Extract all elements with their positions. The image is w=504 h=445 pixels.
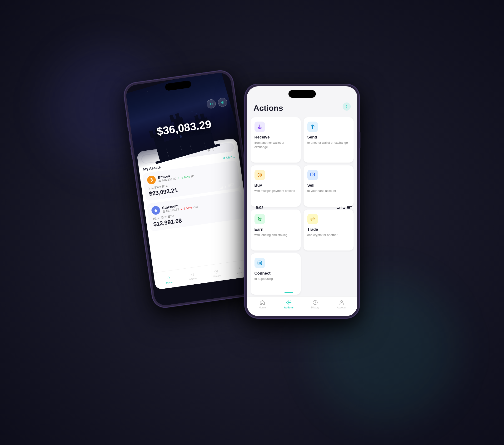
back-phone-screen: 9:02 ▲ ↻ ⊙ bbox=[125, 71, 260, 307]
wifi-icon: ▲ bbox=[223, 184, 227, 188]
signal-bar-1 bbox=[218, 189, 219, 190]
back-phone-status-bar: 9:02 ▲ bbox=[125, 73, 260, 307]
front-phone-status-bar: 9:02 ▲ bbox=[247, 91, 357, 316]
help-icon-symbol: ? bbox=[345, 104, 347, 108]
front-signal-2 bbox=[338, 208, 339, 209]
wallet-refresh-btn[interactable]: ↻ bbox=[206, 99, 216, 109]
help-icon-button[interactable]: ? bbox=[342, 102, 351, 111]
front-battery-fill bbox=[347, 207, 350, 209]
back-phone: 9:02 ▲ ↻ ⊙ bbox=[123, 69, 263, 309]
battery-icon bbox=[227, 183, 233, 187]
front-phone-status-icons: ▲ bbox=[337, 206, 352, 210]
signal-bar-3 bbox=[220, 187, 222, 189]
signal-bar-2 bbox=[219, 188, 221, 189]
front-battery-icon bbox=[347, 206, 352, 209]
dynamic-island-front bbox=[288, 90, 316, 98]
front-phone-screen: 9:02 ▲ ? bbox=[247, 86, 357, 316]
battery-fill bbox=[228, 184, 231, 186]
signal-bars bbox=[218, 186, 223, 190]
front-signal-bars bbox=[337, 206, 342, 209]
front-signal-1 bbox=[337, 208, 338, 209]
back-phone-time: 9:02 bbox=[143, 205, 152, 212]
front-signal-4 bbox=[341, 206, 342, 209]
wallet-qr-btn[interactable]: ⊙ bbox=[217, 97, 228, 107]
front-wifi-icon: ▲ bbox=[342, 206, 346, 210]
front-phone-time: 9:02 bbox=[256, 206, 264, 210]
phones-container: 9:02 ▲ ↻ ⊙ bbox=[145, 56, 359, 389]
back-phone-status-icons: ▲ bbox=[218, 182, 233, 190]
front-signal-3 bbox=[340, 207, 340, 209]
front-phone: 9:02 ▲ ? bbox=[245, 84, 359, 318]
